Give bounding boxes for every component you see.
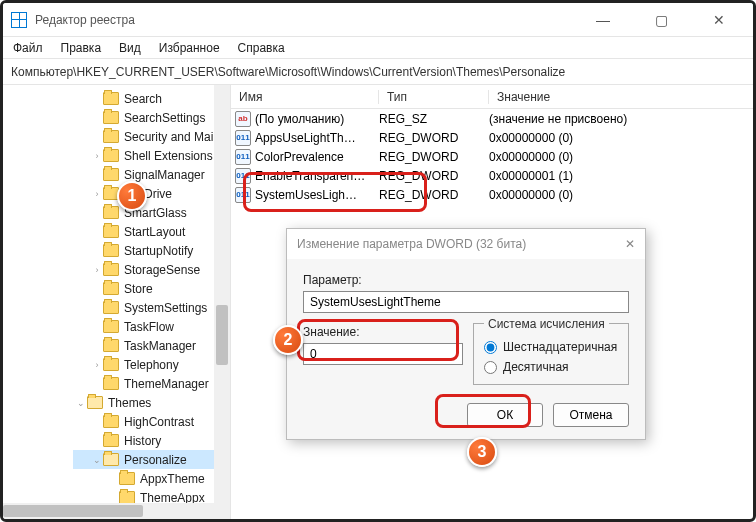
tree-item[interactable]: TaskManager bbox=[73, 336, 230, 355]
tree-item[interactable]: SystemSettings bbox=[73, 298, 230, 317]
tree-item[interactable]: ›StorageSense bbox=[73, 260, 230, 279]
radio-dec[interactable]: Десятичная bbox=[484, 360, 618, 374]
base-legend: Система исчисления bbox=[484, 317, 609, 331]
tree-item[interactable]: History bbox=[73, 431, 230, 450]
tree-item[interactable]: TaskFlow bbox=[73, 317, 230, 336]
menu-help[interactable]: Справка bbox=[238, 41, 285, 55]
tree-item[interactable]: ›Telephony bbox=[73, 355, 230, 374]
menu-file[interactable]: Файл bbox=[13, 41, 43, 55]
tree-item[interactable]: Store bbox=[73, 279, 230, 298]
value-label: Значение: bbox=[303, 325, 463, 339]
ok-button[interactable]: ОК bbox=[467, 403, 543, 427]
col-type[interactable]: Тип bbox=[379, 90, 489, 104]
tree-item[interactable]: SearchSettings bbox=[73, 108, 230, 127]
tree-item[interactable]: StartupNotify bbox=[73, 241, 230, 260]
scrollbar-horizontal[interactable] bbox=[3, 503, 214, 519]
menu-favorites[interactable]: Избранное bbox=[159, 41, 220, 55]
menubar: Файл Правка Вид Избранное Справка bbox=[3, 37, 753, 59]
tree-item[interactable]: HighContrast bbox=[73, 412, 230, 431]
window-title: Редактор реестра bbox=[35, 13, 583, 27]
address-bar[interactable]: Компьютер\HKEY_CURRENT_USER\Software\Mic… bbox=[3, 59, 753, 85]
tree-item[interactable]: SmartGlass bbox=[73, 203, 230, 222]
callout-3: 3 bbox=[467, 437, 497, 467]
regedit-icon bbox=[11, 12, 27, 28]
list-item[interactable]: ab(По умолчанию)REG_SZ(значение не присв… bbox=[231, 109, 753, 128]
value-input[interactable] bbox=[303, 343, 463, 365]
tree-item[interactable]: AppxTheme bbox=[89, 469, 230, 488]
radio-hex[interactable]: Шестнадцатеричная bbox=[484, 340, 618, 354]
callout-1: 1 bbox=[117, 181, 147, 211]
column-headers: Имя Тип Значение bbox=[231, 85, 753, 109]
scrollbar-vertical[interactable] bbox=[214, 85, 230, 519]
tree-item[interactable]: ThemeManager bbox=[73, 374, 230, 393]
menu-edit[interactable]: Правка bbox=[61, 41, 102, 55]
close-button[interactable]: ✕ bbox=[699, 6, 739, 34]
base-fieldset: Система исчисления Шестнадцатеричная Дес… bbox=[473, 323, 629, 385]
list-item[interactable]: 011SystemUsesLigh…REG_DWORD0x00000000 (0… bbox=[231, 185, 753, 204]
list-item[interactable]: 011AppsUseLightTh…REG_DWORD0x00000000 (0… bbox=[231, 128, 753, 147]
dialog-title: Изменение параметра DWORD (32 бита) bbox=[297, 237, 526, 251]
address-text: Компьютер\HKEY_CURRENT_USER\Software\Mic… bbox=[11, 65, 565, 79]
tree-item[interactable]: StartLayout bbox=[73, 222, 230, 241]
menu-view[interactable]: Вид bbox=[119, 41, 141, 55]
tree-item[interactable]: Search bbox=[73, 89, 230, 108]
edit-dword-dialog: Изменение параметра DWORD (32 бита) ✕ Па… bbox=[286, 228, 646, 440]
titlebar: Редактор реестра — ▢ ✕ bbox=[3, 3, 753, 37]
dialog-close-icon[interactable]: ✕ bbox=[625, 237, 635, 251]
param-name-field bbox=[303, 291, 629, 313]
tree-item[interactable]: ›Shell Extensions bbox=[73, 146, 230, 165]
callout-2: 2 bbox=[273, 325, 303, 355]
tree-item[interactable]: ⌄Themes bbox=[57, 393, 230, 412]
param-label: Параметр: bbox=[303, 273, 629, 287]
list-item[interactable]: 011EnableTransparen…REG_DWORD0x00000001 … bbox=[231, 166, 753, 185]
maximize-button[interactable]: ▢ bbox=[641, 6, 681, 34]
tree-item[interactable]: SignalManager bbox=[73, 165, 230, 184]
minimize-button[interactable]: — bbox=[583, 6, 623, 34]
col-name[interactable]: Имя bbox=[231, 90, 379, 104]
tree-item[interactable]: ›SkyDrive bbox=[73, 184, 230, 203]
cancel-button[interactable]: Отмена bbox=[553, 403, 629, 427]
tree-item[interactable]: ⌄Personalize bbox=[73, 450, 230, 469]
tree-panel: SearchSearchSettingsSecurity and Maint›S… bbox=[3, 85, 231, 519]
tree-item[interactable]: Security and Maint bbox=[73, 127, 230, 146]
col-data[interactable]: Значение bbox=[489, 90, 753, 104]
list-item[interactable]: 011ColorPrevalenceREG_DWORD0x00000000 (0… bbox=[231, 147, 753, 166]
